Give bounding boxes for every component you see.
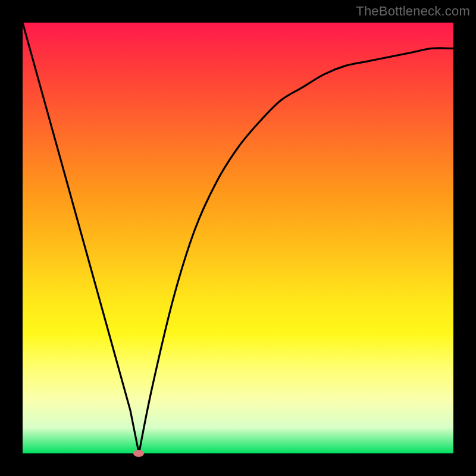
bottleneck-curve	[23, 23, 453, 453]
watermark-text: TheBottleneck.com	[356, 4, 470, 19]
plot-area	[23, 23, 453, 453]
chart-frame: TheBottleneck.com	[0, 0, 476, 476]
optimum-marker	[133, 450, 144, 457]
